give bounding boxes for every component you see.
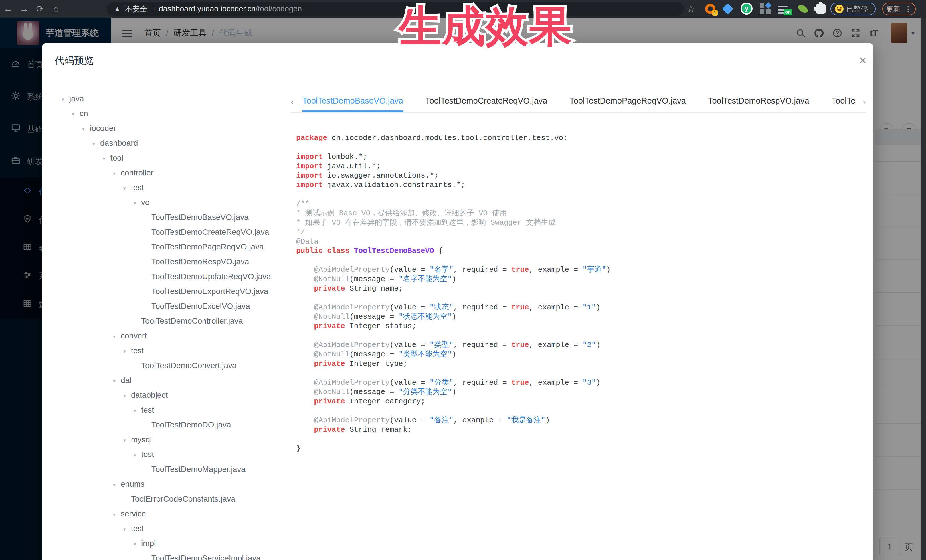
- gem-icon: [722, 3, 734, 15]
- tab-ToolTestDemoPageReqVO.java[interactable]: ToolTestDemoPageReqVO.java: [569, 94, 686, 112]
- tree-node[interactable]: ▼controller: [55, 165, 286, 180]
- tree-node[interactable]: ToolTestDemoDO.java: [55, 417, 286, 432]
- home-icon[interactable]: ⌂: [48, 0, 64, 18]
- caret-down-icon[interactable]: ▼: [81, 122, 90, 137]
- caret-down-icon[interactable]: ▼: [123, 181, 131, 196]
- caret-down-icon[interactable]: ▼: [133, 403, 141, 418]
- code-line: [296, 293, 864, 303]
- tree-node[interactable]: ToolTestDemoMapper.java: [55, 462, 286, 477]
- tree-node[interactable]: ToolTestDemoCreateReqVO.java: [55, 225, 286, 240]
- caret-down-icon[interactable]: ▼: [123, 389, 131, 403]
- caret-down-icon[interactable]: ▼: [112, 478, 121, 492]
- code-line: @NotNull(message = "状态不能为空"): [296, 312, 864, 322]
- code-line: public class ToolTestDemoBaseVO {: [296, 246, 864, 256]
- back-icon[interactable]: ←: [0, 0, 16, 18]
- tree-node[interactable]: ▼iocoder: [55, 121, 286, 136]
- divider: [153, 5, 153, 12]
- tree-node-label: iocoder: [90, 124, 116, 133]
- tree-node[interactable]: ToolTestDemoExportReqVO.java: [55, 284, 286, 299]
- tree-node[interactable]: ▼service: [55, 506, 286, 521]
- tree-node[interactable]: ToolTestDemoConvert.java: [55, 358, 286, 373]
- tree-node[interactable]: ▼dataobject: [55, 388, 286, 403]
- profile-paused-button[interactable]: 已暂停: [831, 3, 876, 15]
- code-line: private String remark;: [296, 425, 864, 435]
- code-line: [296, 143, 864, 152]
- code-line: */: [296, 228, 864, 237]
- extension-sprout-icon[interactable]: [797, 3, 809, 15]
- tree-node[interactable]: ▼test: [55, 447, 286, 462]
- code-viewer[interactable]: package cn.iocoder.dashboard.modules.too…: [296, 133, 864, 453]
- tree-node[interactable]: ▼cn: [55, 106, 286, 121]
- tree-node[interactable]: ▼mysql: [55, 432, 286, 447]
- caret-down-icon[interactable]: ▼: [112, 507, 121, 522]
- tree-node[interactable]: ToolTestDemoRespVO.java: [55, 254, 286, 269]
- tree-node[interactable]: ToolErrorCodeConstants.java: [55, 492, 286, 506]
- forward-icon[interactable]: →: [16, 0, 32, 18]
- tabs-scroll-left-icon[interactable]: ‹: [291, 97, 294, 107]
- tab-ToolTestDemoCreateReqVO.java[interactable]: ToolTestDemoCreateReqVO.java: [425, 94, 547, 112]
- tree-node[interactable]: ▼convert: [55, 329, 286, 343]
- tree-node[interactable]: ToolTestDemoBaseVO.java: [55, 210, 286, 225]
- tree-node[interactable]: ▼tool: [55, 151, 286, 165]
- tree-node[interactable]: ▼java: [55, 91, 286, 106]
- tree-node[interactable]: ToolTestDemoController.java: [55, 314, 286, 329]
- caret-down-icon[interactable]: ▼: [123, 344, 131, 359]
- tree-node-label: vo: [141, 198, 150, 207]
- caret-down-icon[interactable]: ▼: [61, 92, 69, 107]
- tree-node-label: ToolTestDemoServiceImpl.java: [151, 554, 261, 560]
- tree-node[interactable]: ▼dal: [55, 373, 286, 388]
- tree-node[interactable]: ▼test: [55, 403, 286, 417]
- puzzle-icon: [816, 4, 826, 14]
- tree-node[interactable]: ▼enums: [55, 477, 286, 492]
- code-line: @ApiModelProperty(value = "备注", example …: [296, 416, 864, 425]
- reload-icon[interactable]: ⟳: [32, 0, 48, 18]
- tab-ToolTestDemoBaseVO.java[interactable]: ToolTestDemoBaseVO.java: [303, 94, 403, 112]
- extension-list-icon[interactable]: on: [778, 3, 790, 15]
- tree-node[interactable]: ToolTestDemoUpdateReqVO.java: [55, 269, 286, 284]
- callout-text: 生成效果: [399, 2, 572, 50]
- tree-node-label: cn: [80, 109, 88, 118]
- url-bar[interactable]: ▲ 不安全 dashboard.yudao.iocoder.cn/tool/co…: [107, 2, 684, 16]
- tree-node[interactable]: ▼test: [55, 521, 286, 536]
- tree-node[interactable]: ▼dashboard: [55, 136, 286, 151]
- tree-node[interactable]: ToolTestDemoExcelVO.java: [55, 299, 286, 314]
- caret-down-icon[interactable]: ▼: [112, 374, 121, 389]
- caret-down-icon[interactable]: ▼: [112, 166, 121, 181]
- extension-y-icon[interactable]: y: [741, 3, 753, 15]
- tree-node[interactable]: ToolTestDemoPageReqVO.java: [55, 240, 286, 254]
- extension-orange-icon[interactable]: 1: [704, 3, 717, 15]
- code-line: private Integer status;: [296, 322, 864, 331]
- caret-down-icon[interactable]: ▼: [123, 433, 131, 448]
- warning-icon: ▲: [113, 5, 121, 14]
- tree-node[interactable]: ToolTestDemoServiceImpl.java: [55, 551, 286, 560]
- tree-node-label: service: [121, 509, 146, 518]
- tree-node-label: ToolTestDemoCreateReqVO.java: [151, 228, 269, 236]
- close-icon[interactable]: ✕: [859, 55, 867, 66]
- bookmark-star-icon[interactable]: ☆: [686, 0, 695, 18]
- tabs-scroll-right-icon[interactable]: ›: [862, 97, 865, 107]
- caret-down-icon[interactable]: ▼: [102, 151, 110, 166]
- kebab-menu-icon[interactable]: ⋮: [905, 5, 912, 13]
- tree-node[interactable]: ▼test: [55, 180, 286, 195]
- y-circle-icon: y: [741, 3, 752, 15]
- caret-down-icon[interactable]: ▼: [133, 196, 141, 211]
- caret-down-icon[interactable]: ▼: [133, 448, 141, 463]
- caret-down-icon[interactable]: ▼: [71, 107, 80, 122]
- caret-down-icon[interactable]: ▼: [123, 522, 131, 537]
- tab-ToolTe[interactable]: ToolTe: [832, 94, 856, 112]
- tree-node[interactable]: ▼impl: [55, 536, 286, 551]
- extension-gem-icon[interactable]: [722, 3, 734, 15]
- tree-node[interactable]: ▼test: [55, 343, 286, 358]
- tree-node[interactable]: ▼vo: [55, 195, 286, 210]
- caret-down-icon[interactable]: ▼: [133, 537, 141, 552]
- browser-update-button[interactable]: 更新 ⋮: [882, 3, 916, 15]
- tab-ToolTestDemoRespVO.java[interactable]: ToolTestDemoRespVO.java: [708, 94, 809, 112]
- extension-badge: 1: [712, 10, 718, 16]
- code-line: import java.util.*;: [296, 162, 864, 171]
- code-line: @ApiModelProperty(value = "类型", required…: [296, 340, 864, 350]
- extensions-puzzle-icon[interactable]: [814, 3, 827, 15]
- extension-grid-icon[interactable]: [759, 3, 772, 15]
- caret-down-icon[interactable]: ▼: [92, 137, 100, 151]
- code-line: * 测试示例 Base VO，提供给添加、修改、详细的子 VO 使用: [296, 209, 864, 218]
- caret-down-icon[interactable]: ▼: [112, 329, 121, 344]
